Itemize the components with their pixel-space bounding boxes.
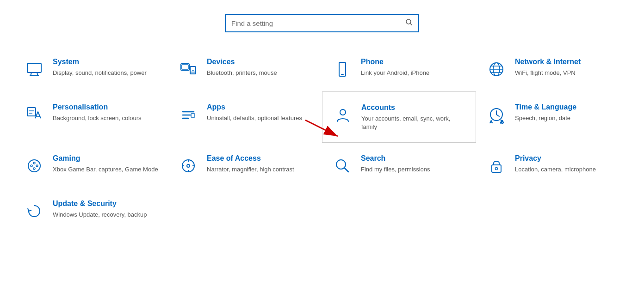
system-icon	[23, 58, 45, 80]
settings-item-devices[interactable]: Devices Bluetooth, printers, mouse	[168, 46, 322, 91]
apps-desc: Uninstall, defaults, optional features	[207, 114, 302, 122]
gaming-title: Gaming	[53, 154, 158, 164]
svg-point-33	[31, 165, 32, 167]
system-desc: Display, sound, notifications, power	[53, 69, 147, 77]
system-title: System	[53, 57, 147, 67]
settings-item-accounts[interactable]: Accounts Your accounts, email, sync, wor…	[322, 91, 476, 143]
personalisation-icon	[23, 103, 45, 126]
svg-rect-45	[492, 165, 501, 172]
accounts-title: Accounts	[361, 103, 466, 113]
svg-point-35	[36, 165, 38, 167]
search-desc: Find my files, permissions	[361, 165, 430, 174]
phone-title: Phone	[361, 57, 429, 67]
devices-desc: Bluetooth, printers, mouse	[207, 69, 277, 77]
settings-item-network[interactable]: Network & Internet WiFi, flight mode, VP…	[476, 46, 630, 91]
svg-line-29	[496, 115, 499, 116]
search-bar[interactable]	[225, 14, 419, 32]
network-title: Network & Internet	[515, 57, 581, 67]
time-desc: Speech, region, date	[515, 114, 576, 122]
phone-desc: Link your Android, iPhone	[361, 69, 429, 77]
svg-point-32	[28, 160, 40, 172]
svg-line-3	[31, 73, 31, 76]
ease-desc: Narrator, magnifier, high contrast	[207, 165, 294, 174]
accounts-desc: Your accounts, email, sync, work, family	[361, 115, 466, 131]
apps-icon	[177, 103, 199, 126]
devices-icon	[177, 58, 199, 80]
settings-item-system[interactable]: System Display, sound, notifications, po…	[14, 46, 168, 91]
update-title: Update & Security	[53, 199, 147, 209]
accounts-icon	[332, 104, 354, 126]
time-title: Time & Language	[515, 103, 576, 112]
svg-point-34	[33, 162, 35, 164]
personalisation-title: Personalisation	[53, 103, 141, 112]
svg-line-4	[37, 73, 38, 76]
settings-item-phone[interactable]: Phone Link your Android, iPhone	[322, 46, 476, 91]
svg-point-36	[33, 168, 35, 170]
search-input[interactable]	[231, 19, 405, 27]
svg-rect-25	[191, 114, 195, 117]
network-desc: WiFi, flight mode, VPN	[515, 69, 581, 77]
settings-item-ease[interactable]: Ease of Access Narrator, magnifier, high…	[168, 143, 322, 188]
search-title: Search	[361, 154, 430, 164]
settings-item-privacy[interactable]: Privacy Location, camera, microphone	[476, 143, 630, 188]
svg-point-42	[187, 164, 190, 167]
gaming-desc: Xbox Game Bar, captures, Game Mode	[53, 165, 158, 174]
svg-text:あ: あ	[500, 120, 504, 124]
settings-item-apps[interactable]: Apps Uninstall, defaults, optional featu…	[168, 91, 322, 143]
devices-title: Devices	[207, 57, 277, 67]
search-icon	[331, 155, 353, 177]
update-icon	[23, 200, 45, 222]
privacy-desc: Location, camera, microphone	[515, 165, 596, 174]
settings-item-update[interactable]: Update & Security Windows Update, recove…	[14, 188, 168, 233]
privacy-icon	[485, 155, 508, 177]
settings-item-time[interactable]: A あ Time & Language Speech, region, date	[476, 91, 630, 143]
apps-title: Apps	[207, 103, 302, 112]
settings-item-search[interactable]: Search Find my files, permissions	[322, 143, 476, 188]
svg-rect-7	[182, 65, 188, 69]
settings-item-personalisation[interactable]: Personalisation Background, lock screen,…	[14, 91, 168, 143]
svg-rect-2	[27, 63, 41, 73]
svg-line-44	[344, 168, 348, 172]
ease-title: Ease of Access	[207, 154, 294, 164]
svg-point-26	[340, 109, 346, 115]
time-icon: A あ	[485, 103, 508, 126]
phone-icon	[331, 58, 353, 80]
network-icon	[485, 58, 508, 80]
gaming-icon	[23, 155, 45, 177]
settings-grid: System Display, sound, notifications, po…	[0, 42, 644, 238]
svg-rect-18	[27, 108, 36, 116]
settings-item-gaming[interactable]: Gaming Xbox Game Bar, captures, Game Mod…	[14, 143, 168, 188]
personalisation-desc: Background, lock screen, colours	[53, 114, 141, 122]
svg-line-1	[410, 24, 412, 25]
ease-icon	[177, 155, 199, 177]
privacy-title: Privacy	[515, 154, 596, 164]
update-desc: Windows Update, recovery, backup	[53, 211, 147, 219]
svg-point-46	[495, 168, 498, 170]
svg-text:A: A	[490, 120, 493, 124]
search-icon	[405, 18, 413, 28]
